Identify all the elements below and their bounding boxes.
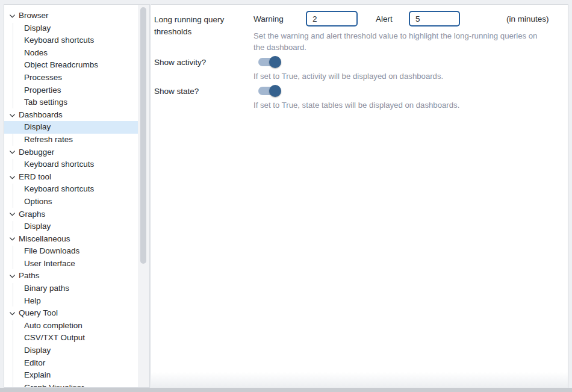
- tree-item-miscellaneous-file-downloads[interactable]: File Downloads: [4, 245, 138, 258]
- tree-item-label: Nodes: [24, 47, 48, 60]
- tree-item-label: Help: [24, 295, 41, 308]
- tree-item-query-tool-auto-completion[interactable]: Auto completion: [4, 320, 138, 332]
- pref-row-thresholds: Long running query thresholds Warning Al…: [154, 11, 562, 53]
- tree-group-debugger[interactable]: Debugger: [4, 146, 138, 159]
- tree-item-label: File Downloads: [24, 245, 79, 258]
- tree-item-label: Display: [24, 220, 51, 233]
- alert-input[interactable]: [409, 11, 460, 26]
- tree-item-label: Display: [24, 121, 51, 134]
- tree-group-miscellaneous[interactable]: Miscellaneous: [4, 233, 138, 246]
- tree-item-browser-object-breadcrumbs[interactable]: Object Breadcrumbs: [4, 59, 138, 72]
- tree-children-debugger: Keyboard shortcuts: [4, 158, 138, 171]
- tree-item-paths-binary-paths[interactable]: Binary paths: [4, 282, 138, 295]
- tree-item-browser-processes[interactable]: Processes: [4, 72, 138, 84]
- tree-item-label: Tab settings: [24, 96, 67, 109]
- tree-group-label: Debugger: [19, 146, 54, 159]
- chevron-down-icon[interactable]: [8, 210, 16, 219]
- tree-group-paths[interactable]: Paths: [4, 270, 138, 282]
- tree-group-label: Dashboards: [19, 109, 63, 122]
- chevron-down-icon[interactable]: [8, 272, 16, 281]
- tree-item-label: Keyboard shortcuts: [24, 158, 94, 171]
- tree-item-dashboards-display[interactable]: Display: [4, 121, 138, 134]
- show-activity-control: If set to True, activity will be display…: [253, 55, 562, 82]
- tree-item-label: User Interface: [24, 258, 75, 270]
- toggle-thumb[interactable]: [269, 85, 281, 97]
- tree-group-label: ERD tool: [19, 171, 51, 184]
- show-state-control: If set to True, state tables will be dis…: [253, 84, 562, 111]
- tree-item-browser-keyboard-shortcuts[interactable]: Keyboard shortcuts: [4, 34, 138, 47]
- tree-item-label: Explain: [24, 369, 51, 382]
- show-activity-label: Show activity?: [154, 55, 253, 69]
- tree-children-graphs: Display: [4, 220, 138, 233]
- tree-group-dashboards[interactable]: Dashboards: [4, 109, 138, 122]
- tree-item-label: Display: [24, 344, 51, 357]
- tree-children-erd-tool: Keyboard shortcutsOptions: [4, 183, 138, 208]
- show-activity-help-text: If set to True, activity will be display…: [253, 70, 547, 82]
- tree-scrollbar-thumb[interactable]: [140, 7, 146, 264]
- tree-group-graphs[interactable]: Graphs: [4, 208, 138, 221]
- tree-group-label: Graphs: [19, 208, 45, 221]
- tree-item-label: CSV/TXT Output: [24, 332, 85, 344]
- chevron-down-icon[interactable]: [8, 173, 16, 181]
- thresholds-label: Long running query thresholds: [154, 11, 253, 38]
- thresholds-help-text: Set the warning and alert threshold valu…: [253, 30, 547, 53]
- tree-group-query-tool[interactable]: Query Tool: [4, 307, 138, 320]
- tree-item-query-tool-display[interactable]: Display: [4, 344, 138, 357]
- tree-item-label: Binary paths: [24, 282, 69, 295]
- chevron-down-icon[interactable]: [8, 310, 16, 318]
- tree-item-query-tool-graph-visualiser[interactable]: Graph Visualiser: [4, 382, 138, 388]
- chevron-down-icon[interactable]: [8, 235, 16, 243]
- tree-children-miscellaneous: File DownloadsUser Interface: [4, 245, 138, 270]
- settings-content: Long running query thresholds Warning Al…: [151, 5, 568, 111]
- tree-group-browser[interactable]: Browser: [4, 10, 138, 22]
- preferences-sidebar: BrowserDisplayKeyboard shortcutsNodesObj…: [4, 4, 150, 388]
- chevron-down-icon[interactable]: [8, 11, 16, 20]
- sidebar-tree: BrowserDisplayKeyboard shortcutsNodesObj…: [4, 5, 138, 388]
- tree-item-browser-display[interactable]: Display: [4, 22, 138, 35]
- tree-item-label: Keyboard shortcuts: [24, 183, 94, 196]
- warning-label: Warning: [253, 14, 306, 23]
- tree-group-erd-tool[interactable]: ERD tool: [4, 171, 138, 184]
- tree-item-query-tool-csv-txt-output[interactable]: CSV/TXT Output: [4, 332, 138, 344]
- settings-panel: Long running query thresholds Warning Al…: [151, 4, 568, 388]
- tree-children-paths: Binary pathsHelp: [4, 282, 138, 307]
- tree-item-browser-nodes[interactable]: Nodes: [4, 47, 138, 60]
- tree-item-query-tool-explain[interactable]: Explain: [4, 369, 138, 382]
- thresholds-control: Warning Alert (in minutes) Set the warni…: [253, 11, 562, 53]
- tree-item-dashboards-refresh-rates[interactable]: Refresh rates: [4, 134, 138, 146]
- chevron-down-icon[interactable]: [8, 148, 16, 157]
- tree-item-miscellaneous-user-interface[interactable]: User Interface: [4, 258, 138, 270]
- tree-children-browser: DisplayKeyboard shortcutsNodesObject Bre…: [4, 22, 138, 109]
- tree-children-query-tool: Auto completionCSV/TXT OutputDisplayEdit…: [4, 320, 138, 388]
- chevron-down-icon[interactable]: [8, 111, 16, 119]
- alert-label: Alert: [376, 14, 409, 23]
- tree-item-label: Auto completion: [24, 320, 82, 332]
- tree-item-label: Processes: [24, 72, 62, 84]
- tree-group-label: Miscellaneous: [19, 233, 70, 246]
- tree-item-label: Object Breadcrumbs: [24, 59, 98, 72]
- tree-group-label: Query Tool: [19, 307, 58, 320]
- tree-item-graphs-display[interactable]: Display: [4, 220, 138, 233]
- tree-item-erd-tool-options[interactable]: Options: [4, 196, 138, 208]
- tree-item-debugger-keyboard-shortcuts[interactable]: Keyboard shortcuts: [4, 158, 138, 171]
- tree-children-dashboards: DisplayRefresh rates: [4, 121, 138, 146]
- tree-item-label: Properties: [24, 84, 61, 97]
- window-bottom-edge: [0, 388, 572, 392]
- tree-item-label: Editor: [24, 357, 45, 370]
- tree-item-label: Graph Visualiser: [24, 382, 84, 388]
- show-state-label: Show state?: [154, 84, 253, 98]
- tree-item-browser-tab-settings[interactable]: Tab settings: [4, 96, 138, 109]
- tree-item-paths-help[interactable]: Help: [4, 295, 138, 308]
- tree-group-label: Paths: [19, 270, 40, 282]
- tree-item-erd-tool-keyboard-shortcuts[interactable]: Keyboard shortcuts: [4, 183, 138, 196]
- thresholds-inputs-line: Warning Alert (in minutes): [253, 11, 562, 26]
- unit-label: (in minutes): [506, 14, 549, 23]
- warning-input[interactable]: [306, 11, 358, 26]
- toggle-thumb[interactable]: [269, 56, 281, 68]
- show-state-toggle[interactable]: [258, 85, 281, 97]
- tree-item-query-tool-editor[interactable]: Editor: [4, 357, 138, 370]
- tree-item-browser-properties[interactable]: Properties: [4, 84, 138, 97]
- tree-scrollbar[interactable]: [138, 5, 149, 387]
- pref-row-show-activity: Show activity? If set to True, activity …: [154, 55, 562, 82]
- show-activity-toggle[interactable]: [258, 56, 281, 68]
